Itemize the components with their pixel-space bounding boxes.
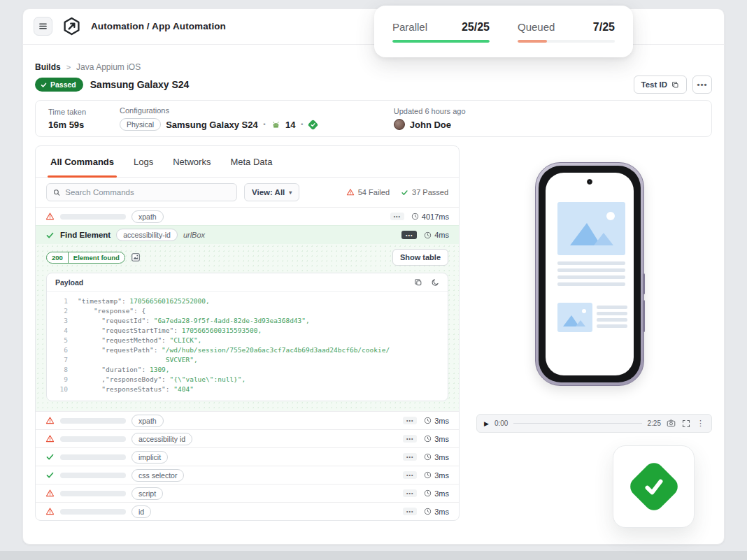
search-commands-box[interactable] [46, 183, 237, 201]
queued-stat: Queued 7/25 [518, 21, 615, 43]
command-argument: urlBox [183, 231, 205, 239]
warning-icon [45, 434, 55, 443]
more-actions-button[interactable]: ••• [692, 76, 712, 94]
parallel-label: Parallel [392, 21, 427, 33]
time-taken-value: 16m 59s [48, 120, 86, 130]
fullscreen-icon[interactable] [682, 419, 690, 428]
command-name-skeleton [60, 509, 126, 515]
kebab-menu-icon[interactable]: ⋮ [697, 419, 704, 428]
window-bottom-strip [0, 551, 747, 560]
check-icon [401, 189, 408, 196]
response-status-badge: 200 Element found [46, 252, 125, 264]
command-row[interactable]: accessibility id •••3ms [36, 429, 459, 447]
copy-icon[interactable] [414, 278, 422, 287]
device-frame [539, 166, 641, 382]
warning-icon [45, 416, 55, 425]
locator-badge: css selector [131, 469, 184, 482]
text-skeleton-line [597, 312, 627, 315]
locator-badge: accessibility id [131, 433, 192, 445]
row-menu-button[interactable]: ••• [390, 213, 404, 220]
view-filter-dropdown[interactable]: View: All ▾ [244, 183, 299, 201]
parallel-value: 25/25 [462, 21, 490, 34]
tab-all-commands[interactable]: All Commands [50, 146, 114, 177]
stats-card: Parallel 25/25 Queued 7/25 [374, 6, 633, 57]
row-menu-button[interactable]: ••• [403, 508, 417, 515]
locator-badge: id [131, 505, 151, 518]
parallel-progress-bar [392, 40, 490, 43]
screenshot-icon[interactable] [131, 252, 141, 262]
avatar [394, 119, 405, 130]
response-code: 200 [47, 252, 69, 263]
row-menu-button[interactable]: ••• [403, 453, 417, 461]
row-menu-button[interactable]: ••• [403, 417, 417, 424]
image-placeholder [557, 303, 592, 332]
time-taken-block: Time taken 16m 59s [48, 108, 86, 130]
total-time: 2:25 [648, 419, 661, 427]
row-menu-button[interactable]: ••• [403, 435, 417, 443]
clock-icon [424, 417, 432, 424]
locator-badge: xpath [131, 415, 164, 427]
row-menu-button[interactable]: ••• [403, 489, 417, 497]
tab-networks[interactable]: Networks [173, 146, 211, 177]
passed-count: 37 Passed [401, 188, 448, 196]
row-menu-button-dark[interactable]: ••• [401, 231, 417, 239]
queued-progress-bar [518, 40, 615, 43]
dark-mode-moon-icon[interactable] [431, 278, 439, 287]
page-title: Samsung Galaxy S24 [90, 79, 190, 90]
command-name-skeleton [60, 491, 126, 496]
locator-badge: implicit [131, 451, 168, 464]
tab-logs[interactable]: Logs [134, 146, 153, 177]
show-table-button[interactable]: Show table [392, 249, 448, 266]
payload-code: 1"timestamp": 1705665601625252000, 2 "re… [47, 292, 448, 401]
clock-icon [424, 453, 432, 461]
command-row[interactable]: xpath ••• 4017ms [36, 207, 459, 225]
copy-icon [671, 81, 679, 89]
clock-icon [424, 489, 432, 497]
commands-panel: All Commands Logs Networks Meta Data Vie… [35, 145, 460, 521]
command-row[interactable]: script •••3ms [36, 484, 459, 502]
seek-bar[interactable] [513, 423, 641, 424]
command-row[interactable]: xpath •••3ms [36, 411, 459, 429]
command-row[interactable]: id •••3ms [36, 502, 459, 520]
command-name-skeleton [60, 418, 126, 424]
command-detail-expanded: 200 Element found Show table Payload [36, 244, 459, 411]
camera-icon[interactable] [667, 419, 676, 428]
breadcrumb-current: Java Appium iOS [76, 62, 141, 72]
clock-icon [424, 435, 432, 443]
play-icon[interactable]: ▶ [484, 420, 489, 427]
locator-badge: script [131, 487, 163, 500]
text-skeleton-line [557, 282, 625, 286]
configurations-label: Configurations [120, 106, 317, 115]
command-row[interactable]: css selector •••3ms [36, 466, 459, 484]
row-menu-button[interactable]: ••• [403, 471, 417, 479]
breadcrumb: Builds > Java Appium iOS [35, 62, 141, 72]
device-name: Samsung Galaxy S24 [166, 120, 258, 130]
updated-block: Updated 6 hours ago John Doe [394, 107, 466, 130]
locator-badge: accessibility-id [116, 229, 178, 241]
check-icon [45, 471, 55, 480]
tab-meta-data[interactable]: Meta Data [230, 146, 272, 177]
configurations-block: Configurations Physical Samsung Galaxy S… [120, 106, 317, 131]
search-commands-input[interactable] [65, 188, 230, 196]
selected-command-row[interactable]: Find Element accessibility-id urlBox •••… [36, 225, 459, 244]
breadcrumb-separator: > [66, 63, 71, 71]
check-icon [45, 452, 55, 461]
volume-button [643, 273, 645, 294]
parallel-stat: Parallel 25/25 [392, 21, 490, 43]
command-name-skeleton [60, 473, 126, 478]
time-taken-label: Time taken [48, 108, 86, 116]
queued-value: 7/25 [593, 21, 615, 34]
video-player-bar: ▶ 0:00 2:25 ⋮ [476, 414, 712, 433]
clock-icon [411, 213, 419, 220]
duration-value: 4ms [434, 231, 449, 239]
test-id-button[interactable]: Test ID [634, 76, 688, 94]
android-icon [271, 120, 280, 129]
text-skeleton-line [597, 318, 627, 322]
command-row[interactable]: implicit •••3ms [36, 447, 459, 466]
text-skeleton-line [597, 324, 627, 328]
build-title-row: Passed Samsung Galaxy S24 Test ID ••• [35, 76, 712, 94]
breadcrumb-builds[interactable]: Builds [35, 62, 61, 72]
hamburger-menu-button[interactable] [34, 17, 52, 36]
search-icon [53, 189, 60, 196]
failed-count: 54 Failed [346, 188, 390, 196]
